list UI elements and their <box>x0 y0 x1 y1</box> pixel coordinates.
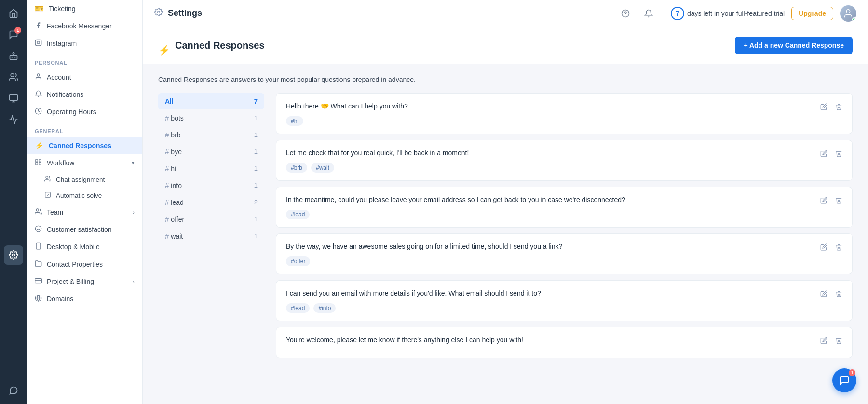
response-text: I can send you an email with more detail… <box>286 288 842 298</box>
trial-days-number: 7 <box>671 7 684 20</box>
topbar: Settings 7 days left in your full-featur… <box>143 0 868 27</box>
tag: #wait <box>311 163 334 173</box>
hash-icon: # <box>165 198 169 206</box>
add-canned-response-button[interactable]: + Add a new Canned Response <box>735 37 853 54</box>
response-card-6: You're welcome, please let me know if th… <box>276 327 853 358</box>
icon-bar-orders[interactable] <box>4 89 23 108</box>
filter-all-label: All <box>165 97 174 105</box>
main-area: Settings 7 days left in your full-featur… <box>143 0 868 404</box>
edit-response-button[interactable] <box>818 148 829 161</box>
sidebar-sub-item-label: Chat assignment <box>56 176 105 183</box>
edit-response-button[interactable] <box>818 242 829 255</box>
notifications-bell-button[interactable] <box>640 5 657 22</box>
sidebar-item-automatic-solve[interactable]: Automatic solve <box>27 188 142 203</box>
response-text: Let me check that for you real quick, I'… <box>286 148 842 158</box>
delete-response-button[interactable] <box>833 242 844 255</box>
delete-response-button[interactable] <box>833 335 844 348</box>
sidebar-item-account[interactable]: Account <box>27 68 142 86</box>
hash-icon: # <box>165 131 169 139</box>
desktop-mobile-icon <box>35 242 42 251</box>
trial-text: days left in your full-featured trial <box>687 10 785 17</box>
filter-lead[interactable]: #lead 2 <box>158 194 264 211</box>
filter-bots[interactable]: #bots 1 <box>158 109 264 126</box>
edit-response-button[interactable] <box>818 101 829 114</box>
help-button[interactable] <box>617 5 634 22</box>
sidebar-item-label: Notifications <box>47 91 135 98</box>
sidebar-item-label: Domains <box>47 295 135 303</box>
page-title: Canned Responses <box>175 40 265 61</box>
filter-wait[interactable]: #wait 1 <box>158 228 264 244</box>
sidebar-item-domains[interactable]: Domains <box>27 290 142 308</box>
notifications-icon <box>35 90 42 99</box>
filter-all-count: 7 <box>254 98 258 105</box>
response-text: In the meantime, could you please leave … <box>286 195 842 205</box>
sidebar-item-chat-assignment[interactable]: Chat assignment <box>27 172 142 188</box>
filter-label: info <box>171 182 182 189</box>
automatic-solve-icon <box>44 191 51 200</box>
sidebar-item-label: Contact Properties <box>47 260 135 268</box>
response-card-1: Hello there 🤝 What can I help you with? … <box>276 93 853 134</box>
delete-response-button[interactable] <box>833 148 844 161</box>
responses-list: Hello there 🤝 What can I help you with? … <box>276 93 853 364</box>
topbar-divider <box>664 7 664 20</box>
filter-all[interactable]: All 7 <box>158 93 264 109</box>
icon-bar-bot[interactable] <box>4 46 23 66</box>
sidebar-item-customer-satisfaction[interactable]: Customer satisfaction <box>27 221 142 238</box>
icon-bar-chat[interactable]: 1 <box>4 25 23 44</box>
sidebar-item-label: Desktop & Mobile <box>47 243 135 251</box>
page-header-left: ⚡ Canned Responses <box>158 40 265 61</box>
floating-chat-button[interactable]: 1 <box>832 368 856 392</box>
clock-icon <box>35 108 42 116</box>
icon-bar-livechat[interactable] <box>4 381 23 400</box>
tag: #lead <box>286 210 310 219</box>
sidebar-item-label: Project & Billing <box>47 278 128 285</box>
filter-info[interactable]: #info 1 <box>158 177 264 194</box>
icon-bar-home[interactable] <box>4 4 23 23</box>
delete-response-button[interactable] <box>833 195 844 208</box>
delete-response-button[interactable] <box>833 101 844 114</box>
sidebar-item-team[interactable]: Team › <box>27 203 142 221</box>
response-card-2: Let me check that for you real quick, I'… <box>276 140 853 181</box>
icon-bar: 1 <box>0 0 27 404</box>
sidebar-item-canned-responses[interactable]: ⚡ Canned Responses <box>27 137 142 154</box>
response-tags: #brb #wait <box>286 163 842 173</box>
response-actions <box>818 335 844 348</box>
upgrade-button[interactable]: Upgrade <box>791 7 833 20</box>
edit-response-button[interactable] <box>818 195 829 208</box>
tag: #info <box>313 303 336 313</box>
sidebar-item-contact-properties[interactable]: Contact Properties <box>27 256 142 273</box>
sidebar-item-label: Account <box>47 73 135 81</box>
filter-label: bye <box>171 148 182 156</box>
sidebar-item-label: Customer satisfaction <box>47 226 135 233</box>
sidebar-item-desktop-mobile[interactable]: Desktop & Mobile <box>27 238 142 256</box>
filter-hi[interactable]: #hi 1 <box>158 160 264 177</box>
icon-bar-reports[interactable] <box>4 110 23 129</box>
sidebar-item-instagram[interactable]: Instagram <box>27 35 142 52</box>
filter-brb[interactable]: #brb 1 <box>158 126 264 143</box>
edit-response-button[interactable] <box>818 288 829 301</box>
response-actions <box>818 195 844 208</box>
icon-bar-settings[interactable] <box>4 245 23 265</box>
delete-response-button[interactable] <box>833 288 844 301</box>
float-chat-badge: 1 <box>849 369 855 376</box>
sidebar-item-ticketing[interactable]: 🎫 Ticketing <box>27 0 142 17</box>
sidebar-item-label: Facebook Messenger <box>47 22 135 30</box>
svg-rect-8 <box>35 40 41 46</box>
icon-bar-contacts[interactable] <box>4 67 23 87</box>
sidebar-item-workflow[interactable]: Workflow ▾ <box>27 154 142 172</box>
edit-response-button[interactable] <box>818 335 829 348</box>
filter-count: 1 <box>254 165 258 172</box>
sidebar-item-project-billing[interactable]: Project & Billing › <box>27 273 142 290</box>
general-section-label: General <box>27 121 142 137</box>
sidebar-item-facebook[interactable]: Facebook Messenger <box>27 17 142 35</box>
svg-rect-15 <box>36 163 38 165</box>
filter-bye[interactable]: #bye 1 <box>158 143 264 160</box>
svg-rect-24 <box>35 279 42 283</box>
user-avatar[interactable] <box>840 5 856 22</box>
filter-label: lead <box>171 199 183 206</box>
filter-label: offer <box>171 215 184 223</box>
filter-offer[interactable]: #offer 1 <box>158 211 264 228</box>
sidebar-item-operating-hours[interactable]: Operating Hours <box>27 103 142 121</box>
sidebar-item-notifications[interactable]: Notifications <box>27 86 142 103</box>
sidebar-item-label: Workflow <box>47 159 127 167</box>
